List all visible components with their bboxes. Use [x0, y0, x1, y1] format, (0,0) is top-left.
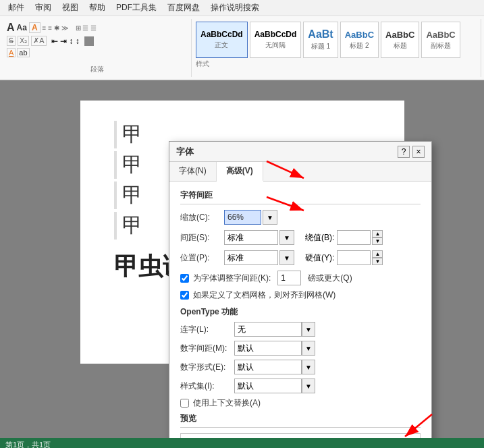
- num-form-field: ▼: [234, 360, 315, 374]
- style-normal-label: 正文: [215, 40, 228, 50]
- scale-row: 缩放(C): ▼: [180, 210, 421, 225]
- styles-section-label: 样式: [196, 59, 209, 69]
- ligatures-row: 连字(L): ▼: [180, 322, 421, 337]
- scale-field-group: ▼: [224, 210, 277, 225]
- style-title[interactable]: AaBbC 标题: [381, 22, 419, 58]
- style-heading1-label: 标题 1: [311, 42, 330, 51]
- style-heading1[interactable]: AaBt 标题 1: [303, 22, 338, 58]
- preview-title: 预览: [180, 413, 421, 428]
- menu-help[interactable]: 帮助: [84, 1, 111, 15]
- highlight-icon: ab: [17, 48, 29, 57]
- stylistic-label: 样式集(I):: [180, 381, 234, 392]
- adjust-input[interactable]: [337, 250, 371, 265]
- menu-pdf[interactable]: PDF工具集: [111, 1, 162, 15]
- menu-bar: 邮件 审阅 视图 帮助 PDF工具集 百度网盘 操作说明搜索: [0, 0, 484, 16]
- position-dropdown-btn[interactable]: ▼: [279, 250, 294, 265]
- dialog-close-button[interactable]: ×: [412, 146, 425, 158]
- style-heading2-label: 标题 2: [350, 41, 369, 51]
- num-spacing-input[interactable]: [234, 341, 302, 356]
- adjust-spin: ▲ ▼: [372, 250, 383, 265]
- menu-view[interactable]: 视图: [57, 1, 84, 15]
- spacing-field-group: ▼: [224, 230, 294, 245]
- num-form-row: 数字形式(E): ▼: [180, 360, 421, 374]
- list-icons: ⊞ ☰ ☰: [76, 24, 97, 32]
- spacing-dropdown-btn[interactable]: ▼: [279, 230, 294, 245]
- checkbox-grid-row: 如果定义了文档网格，则对齐到网格(W): [180, 289, 421, 301]
- num-form-input[interactable]: [234, 360, 302, 374]
- ligatures-input[interactable]: [234, 322, 302, 337]
- dialog-window-controls: ? ×: [398, 146, 425, 158]
- position-input[interactable]: [224, 250, 278, 265]
- style-subtitle[interactable]: AaBbC 副标题: [421, 22, 460, 58]
- spacing-row: 间距(S): ▼ 绕值(B): ▲ ▼: [180, 230, 421, 245]
- menu-baidu[interactable]: 百度网盘: [162, 1, 205, 15]
- stylistic-dropdown[interactable]: ▼: [302, 379, 315, 393]
- grid-checkbox-label: 如果定义了文档网格，则对齐到网格(W): [193, 289, 335, 301]
- font-size-a: A: [7, 22, 15, 34]
- font-dialog: 字体 ? × 字体(N) 高级(V) 字符间距 缩放(C): ▼: [169, 141, 432, 438]
- stylistic-row: 样式集(I): ▼: [180, 379, 421, 393]
- num-spacing-label: 数字间距(M):: [180, 343, 234, 354]
- checkbox-kerning-row: 为字体调整字间距(K): 磅或更大(Q): [180, 271, 421, 285]
- status-bar: 第1页，共1页: [0, 438, 484, 448]
- kerning-label: 绕值(B):: [305, 232, 334, 244]
- style-normal[interactable]: AaBbCcDd 正文: [196, 22, 248, 58]
- adjust-up[interactable]: ▲: [372, 250, 383, 258]
- font-color-icon: A: [29, 22, 41, 33]
- ligatures-field: ▼: [234, 322, 315, 337]
- paragraph-section-label: 段落: [7, 65, 187, 74]
- context-alt-row: 使用上下文替换(A): [180, 397, 421, 409]
- grid-checkbox[interactable]: [180, 291, 189, 300]
- menu-review[interactable]: 审阅: [30, 1, 57, 15]
- ribbon: A Aa A ≡ ≡ ✱ ≫ ⊞ ☰ ☰ S̶ X₂ ✗A ⇤ ⇥ ↕ ↕ A …: [0, 16, 484, 80]
- style-subtitle-text: AaBbC: [426, 30, 455, 40]
- style-title-text: AaBbC: [385, 30, 414, 40]
- num-spacing-dropdown[interactable]: ▼: [302, 341, 315, 356]
- kerning-input[interactable]: [337, 230, 371, 245]
- dialog-tabs: 字体(N) 高级(V): [169, 162, 431, 181]
- opentype-title: OpenType 功能: [180, 306, 421, 318]
- menu-search[interactable]: 操作说明搜索: [205, 1, 265, 15]
- kerning-up[interactable]: ▲: [372, 230, 383, 237]
- stylistic-input[interactable]: [234, 379, 302, 393]
- style-normal-text: AaBbCcDd: [200, 30, 243, 39]
- style-no-gap-text: AaBbCcDd: [254, 30, 297, 39]
- color-square: [84, 36, 94, 46]
- num-form-dropdown[interactable]: ▼: [302, 360, 315, 374]
- kerning-pt-input[interactable]: [277, 271, 301, 285]
- strikethrough-icon: S̶: [7, 36, 16, 46]
- ligatures-dropdown[interactable]: ▼: [302, 322, 315, 337]
- context-alt-checkbox[interactable]: [180, 399, 189, 408]
- scale-dropdown-btn[interactable]: ▼: [263, 210, 277, 225]
- kerning-checkbox-label: 为字体调整字间距(K):: [193, 273, 271, 284]
- spacing-input[interactable]: [224, 230, 278, 245]
- font-section: A Aa A ≡ ≡ ✱ ≫ ⊞ ☰ ☰ S̶ X₂ ✗A ⇤ ⇥ ↕ ↕ A …: [3, 19, 192, 77]
- style-title-label: 标题: [394, 41, 407, 51]
- kerning-checkbox[interactable]: [180, 274, 189, 283]
- style-heading1-text: AaBt: [308, 28, 333, 40]
- style-subtitle-label: 副标题: [431, 41, 451, 51]
- preview-box: 甲虫课堂-字体变瘦 这是用于中文的正文主题字体。当前文档主题定义将使用哪种字体。: [180, 433, 421, 438]
- style-no-gap[interactable]: AaBbCcDd 无间隔: [250, 22, 302, 58]
- tab-font[interactable]: 字体(N): [169, 162, 217, 181]
- adjust-down[interactable]: ▼: [372, 258, 383, 265]
- num-spacing-field: ▼: [234, 341, 315, 356]
- scale-input[interactable]: [224, 210, 261, 225]
- status-text: 第1页，共1页: [5, 440, 51, 449]
- kerning-spin: ▲ ▼: [372, 230, 383, 245]
- dialog-help-button[interactable]: ?: [398, 146, 410, 158]
- tab-advanced[interactable]: 高级(V): [217, 162, 263, 181]
- num-spacing-row: 数字间距(M): ▼: [180, 341, 421, 356]
- subscript-icon: X₂: [18, 36, 29, 46]
- menu-mail[interactable]: 邮件: [3, 1, 30, 15]
- format-icons: ≡ ≡ ✱ ≫: [43, 24, 68, 32]
- spacing-label: 间距(S):: [180, 232, 224, 244]
- styles-section: AaBbCcDd 正文 AaBbCcDd 无间隔 AaBt 标题 1 AaBbC…: [192, 19, 481, 77]
- kerning-down[interactable]: ▼: [372, 237, 383, 245]
- kerning-pt-suffix: 磅或更大(Q): [308, 273, 352, 284]
- style-no-gap-label: 无间隔: [265, 40, 286, 50]
- adjust-label: 硬值(Y):: [305, 252, 334, 264]
- kerning-field-group: ▲ ▼: [337, 230, 383, 245]
- style-heading2[interactable]: AaBbC 标题 2: [340, 22, 379, 58]
- document-area: 甲 甲 甲 甲 甲虫课堂-字体变瘦↵ 字体 ? × 字体(N) 高级(V) 字符…: [0, 80, 484, 438]
